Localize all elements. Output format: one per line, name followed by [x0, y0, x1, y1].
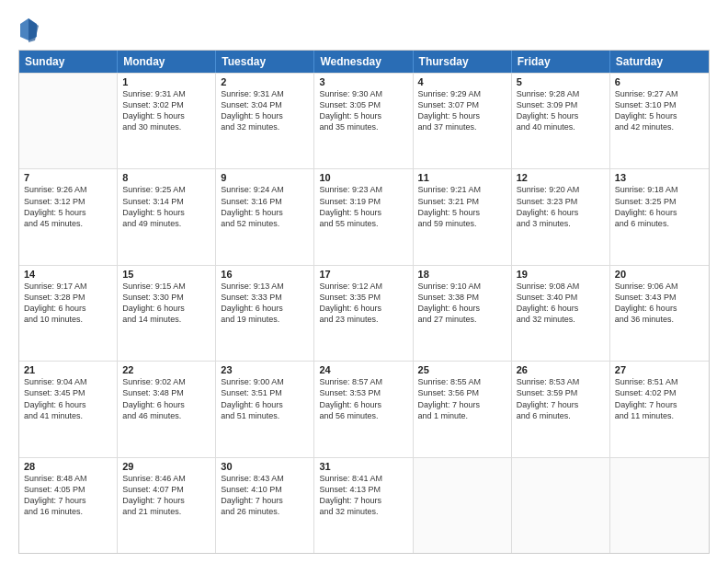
day-cell-26: 26Sunrise: 8:53 AM Sunset: 3:59 PM Dayli… — [512, 362, 610, 456]
day-info: Sunrise: 9:12 AM Sunset: 3:35 PM Dayligh… — [319, 281, 407, 326]
day-cell-21: 21Sunrise: 9:04 AM Sunset: 3:45 PM Dayli… — [19, 362, 118, 456]
day-cell-17: 17Sunrise: 9:12 AM Sunset: 3:35 PM Dayli… — [314, 266, 413, 361]
day-cell-25: 25Sunrise: 8:55 AM Sunset: 3:56 PM Dayli… — [414, 362, 512, 456]
day-number: 19 — [517, 269, 605, 280]
day-cell-2: 2Sunrise: 9:31 AM Sunset: 3:04 PM Daylig… — [216, 74, 314, 168]
day-number: 28 — [24, 461, 112, 472]
day-info: Sunrise: 9:10 AM Sunset: 3:38 PM Dayligh… — [418, 281, 506, 326]
day-cell-31: 31Sunrise: 8:41 AM Sunset: 4:13 PM Dayli… — [314, 458, 413, 553]
day-number: 5 — [517, 76, 605, 87]
day-info: Sunrise: 9:20 AM Sunset: 3:23 PM Dayligh… — [517, 184, 605, 229]
day-number: 24 — [319, 364, 407, 375]
day-cell-22: 22Sunrise: 9:02 AM Sunset: 3:48 PM Dayli… — [118, 362, 216, 456]
day-number: 31 — [319, 461, 407, 472]
empty-cell — [414, 458, 512, 553]
day-cell-27: 27Sunrise: 8:51 AM Sunset: 4:02 PM Dayli… — [610, 362, 709, 456]
day-info: Sunrise: 9:15 AM Sunset: 3:30 PM Dayligh… — [122, 281, 210, 326]
day-number: 18 — [418, 269, 506, 280]
day-info: Sunrise: 9:06 AM Sunset: 3:43 PM Dayligh… — [615, 281, 704, 326]
day-info: Sunrise: 9:18 AM Sunset: 3:25 PM Dayligh… — [615, 184, 704, 229]
day-info: Sunrise: 8:57 AM Sunset: 3:53 PM Dayligh… — [319, 376, 407, 421]
calendar-row-3: 14Sunrise: 9:17 AM Sunset: 3:28 PM Dayli… — [19, 265, 709, 361]
day-cell-28: 28Sunrise: 8:48 AM Sunset: 4:05 PM Dayli… — [19, 458, 118, 553]
day-number: 15 — [122, 269, 210, 280]
day-info: Sunrise: 8:55 AM Sunset: 3:56 PM Dayligh… — [418, 376, 506, 421]
day-info: Sunrise: 9:26 AM Sunset: 3:12 PM Dayligh… — [24, 184, 112, 229]
day-cell-4: 4Sunrise: 9:29 AM Sunset: 3:07 PM Daylig… — [414, 74, 512, 168]
day-cell-11: 11Sunrise: 9:21 AM Sunset: 3:21 PM Dayli… — [414, 169, 512, 264]
day-cell-9: 9Sunrise: 9:24 AM Sunset: 3:16 PM Daylig… — [216, 169, 314, 264]
day-cell-16: 16Sunrise: 9:13 AM Sunset: 3:33 PM Dayli… — [216, 266, 314, 361]
day-info: Sunrise: 9:08 AM Sunset: 3:40 PM Dayligh… — [517, 281, 605, 326]
calendar-row-5: 28Sunrise: 8:48 AM Sunset: 4:05 PM Dayli… — [19, 457, 709, 553]
day-number: 13 — [615, 172, 704, 183]
day-cell-8: 8Sunrise: 9:25 AM Sunset: 3:14 PM Daylig… — [118, 169, 216, 264]
page: SundayMondayTuesdayWednesdayThursdayFrid… — [0, 0, 728, 563]
day-info: Sunrise: 8:43 AM Sunset: 4:10 PM Dayligh… — [221, 473, 309, 518]
day-number: 11 — [418, 172, 506, 183]
day-info: Sunrise: 8:41 AM Sunset: 4:13 PM Dayligh… — [319, 473, 407, 518]
day-number: 17 — [319, 269, 407, 280]
day-info: Sunrise: 8:51 AM Sunset: 4:02 PM Dayligh… — [615, 376, 704, 421]
day-number: 1 — [122, 76, 210, 87]
header-day-friday: Friday — [512, 51, 610, 73]
header-day-monday: Monday — [118, 51, 216, 73]
day-info: Sunrise: 9:00 AM Sunset: 3:51 PM Dayligh… — [221, 376, 309, 421]
day-info: Sunrise: 9:29 AM Sunset: 3:07 PM Dayligh… — [418, 88, 506, 133]
calendar-row-4: 21Sunrise: 9:04 AM Sunset: 3:45 PM Dayli… — [19, 361, 709, 456]
day-cell-3: 3Sunrise: 9:30 AM Sunset: 3:05 PM Daylig… — [314, 74, 413, 168]
day-number: 2 — [221, 76, 309, 87]
day-info: Sunrise: 9:24 AM Sunset: 3:16 PM Dayligh… — [221, 184, 309, 229]
day-number: 12 — [517, 172, 605, 183]
day-cell-1: 1Sunrise: 9:31 AM Sunset: 3:02 PM Daylig… — [118, 74, 216, 168]
day-cell-18: 18Sunrise: 9:10 AM Sunset: 3:38 PM Dayli… — [414, 266, 512, 361]
calendar-header: SundayMondayTuesdayWednesdayThursdayFrid… — [19, 51, 709, 73]
day-info: Sunrise: 9:23 AM Sunset: 3:19 PM Dayligh… — [319, 184, 407, 229]
day-cell-19: 19Sunrise: 9:08 AM Sunset: 3:40 PM Dayli… — [512, 266, 610, 361]
day-cell-12: 12Sunrise: 9:20 AM Sunset: 3:23 PM Dayli… — [512, 169, 610, 264]
header-day-tuesday: Tuesday — [216, 51, 314, 73]
day-info: Sunrise: 9:27 AM Sunset: 3:10 PM Dayligh… — [615, 88, 704, 133]
calendar-row-1: 1Sunrise: 9:31 AM Sunset: 3:02 PM Daylig… — [19, 73, 709, 168]
day-number: 10 — [319, 172, 407, 183]
day-info: Sunrise: 9:31 AM Sunset: 3:02 PM Dayligh… — [122, 88, 210, 133]
logo — [18, 17, 42, 42]
day-info: Sunrise: 9:21 AM Sunset: 3:21 PM Dayligh… — [418, 184, 506, 229]
day-cell-30: 30Sunrise: 8:43 AM Sunset: 4:10 PM Dayli… — [216, 458, 314, 553]
day-number: 3 — [319, 76, 407, 87]
day-number: 29 — [122, 461, 210, 472]
day-cell-10: 10Sunrise: 9:23 AM Sunset: 3:19 PM Dayli… — [314, 169, 413, 264]
header — [18, 17, 710, 42]
day-number: 21 — [24, 364, 112, 375]
day-cell-13: 13Sunrise: 9:18 AM Sunset: 3:25 PM Dayli… — [610, 169, 709, 264]
header-day-thursday: Thursday — [414, 51, 512, 73]
day-number: 14 — [24, 269, 112, 280]
day-number: 20 — [615, 269, 704, 280]
header-day-sunday: Sunday — [19, 51, 118, 73]
day-cell-20: 20Sunrise: 9:06 AM Sunset: 3:43 PM Dayli… — [610, 266, 709, 361]
day-cell-23: 23Sunrise: 9:00 AM Sunset: 3:51 PM Dayli… — [216, 362, 314, 456]
day-number: 25 — [418, 364, 506, 375]
day-cell-15: 15Sunrise: 9:15 AM Sunset: 3:30 PM Dayli… — [118, 266, 216, 361]
empty-cell — [512, 458, 610, 553]
day-number: 23 — [221, 364, 309, 375]
day-cell-6: 6Sunrise: 9:27 AM Sunset: 3:10 PM Daylig… — [610, 74, 709, 168]
calendar: SundayMondayTuesdayWednesdayThursdayFrid… — [18, 50, 710, 554]
day-info: Sunrise: 9:28 AM Sunset: 3:09 PM Dayligh… — [517, 88, 605, 133]
day-cell-24: 24Sunrise: 8:57 AM Sunset: 3:53 PM Dayli… — [314, 362, 413, 456]
calendar-row-2: 7Sunrise: 9:26 AM Sunset: 3:12 PM Daylig… — [19, 168, 709, 264]
day-info: Sunrise: 9:02 AM Sunset: 3:48 PM Dayligh… — [122, 376, 210, 421]
header-day-wednesday: Wednesday — [314, 51, 413, 73]
day-number: 8 — [122, 172, 210, 183]
day-info: Sunrise: 8:48 AM Sunset: 4:05 PM Dayligh… — [24, 473, 112, 518]
day-number: 7 — [24, 172, 112, 183]
logo-icon — [18, 17, 39, 42]
day-info: Sunrise: 9:30 AM Sunset: 3:05 PM Dayligh… — [319, 88, 407, 133]
empty-cell — [19, 74, 118, 168]
day-number: 4 — [418, 76, 506, 87]
day-number: 30 — [221, 461, 309, 472]
day-cell-5: 5Sunrise: 9:28 AM Sunset: 3:09 PM Daylig… — [512, 74, 610, 168]
day-cell-29: 29Sunrise: 8:46 AM Sunset: 4:07 PM Dayli… — [118, 458, 216, 553]
day-info: Sunrise: 9:04 AM Sunset: 3:45 PM Dayligh… — [24, 376, 112, 421]
day-info: Sunrise: 9:25 AM Sunset: 3:14 PM Dayligh… — [122, 184, 210, 229]
